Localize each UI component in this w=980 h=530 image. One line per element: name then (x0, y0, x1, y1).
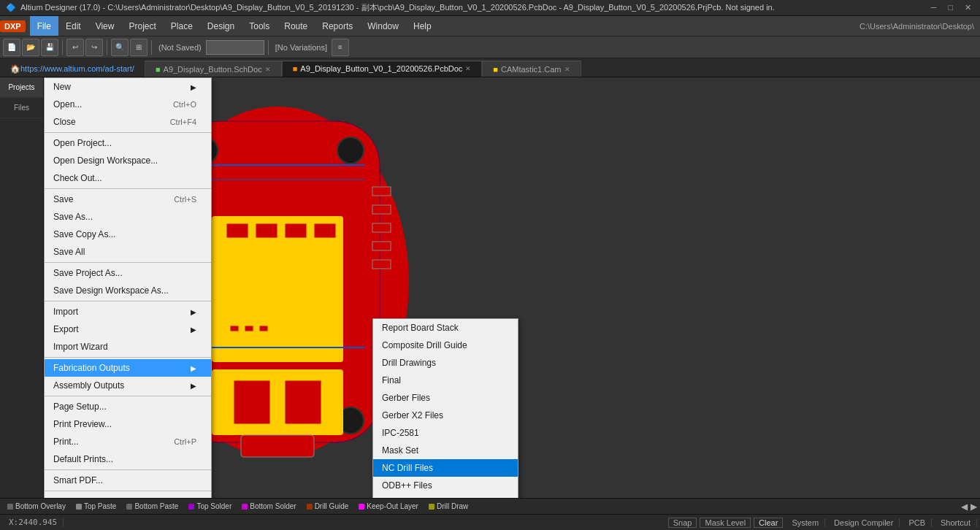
nav-left-icon[interactable]: ◀ (961, 502, 968, 512)
gerber-x2-label: Gerber X2 Files (382, 410, 443, 420)
mask-level-button[interactable]: Mask Level (700, 518, 751, 528)
app-icon: 🔷 (6, 3, 16, 12)
layer-bottom-overlay-label: Bottom Overlay (15, 502, 66, 510)
layer-drill-guide-label: Drill Guide (315, 502, 349, 510)
toolbar-sep4 (268, 40, 269, 55)
menu-file[interactable]: File (30, 16, 58, 36)
menu-print-preview[interactable]: Print Preview... (45, 415, 211, 433)
coords-display: X:2440.945 (3, 518, 64, 527)
svg-rect-15 (372, 205, 391, 214)
layer-drill-guide[interactable]: Drill Guide (302, 501, 353, 512)
menu-open-workspace[interactable]: Open Design Workspace... (45, 152, 211, 169)
tab-cam-close[interactable]: ✕ (564, 66, 570, 73)
save-workspace-label: Save Design Workspace As... (53, 285, 169, 296)
menu-page-setup[interactable]: Page Setup... (45, 398, 211, 415)
layer-dot-top-solder (188, 504, 194, 510)
no-variations-label: [No Variations] (272, 43, 330, 52)
menu-edit[interactable]: Edit (58, 16, 88, 36)
menu-open[interactable]: Open... Ctrl+O (45, 96, 211, 113)
toolbar-fit[interactable]: ⊞ (130, 39, 148, 56)
layer-bottom-paste[interactable]: Bottom Paste (122, 501, 183, 512)
toolbar-new[interactable]: 📄 (3, 39, 20, 56)
menu-smart-pdf[interactable]: Smart PDF... (45, 472, 211, 489)
dxp-button[interactable]: DXP (0, 20, 26, 32)
minimize-button[interactable]: ─ (928, 3, 940, 12)
toolbar-open[interactable]: 📂 (22, 39, 39, 56)
menu-import[interactable]: Import ▶ (45, 303, 211, 320)
pcb-view[interactable]: New ▶ Open... Ctrl+O Close Ctrl+F4 Open … (44, 77, 980, 498)
layer-top-solder[interactable]: Top Solder (184, 501, 236, 512)
menu-import-wizard[interactable]: Import Wizard (45, 338, 211, 356)
layer-keepout[interactable]: Keep-Out Layer (354, 501, 423, 512)
open-project-label: Open Project... (53, 138, 112, 148)
menu-close[interactable]: Close Ctrl+F4 (45, 113, 211, 131)
tab-pcb[interactable]: ■ A9_Display_Button_V0_1_20200526.PcbDoc… (282, 61, 483, 77)
layer-bottom-overlay[interactable]: Bottom Overlay (3, 501, 70, 512)
menu-save-workspace-as[interactable]: Save Design Workspace As... (45, 282, 211, 299)
tab-pcb-close[interactable]: ✕ (465, 65, 471, 72)
menu-project[interactable]: Project (121, 16, 163, 36)
layer-bottom-solder[interactable]: Bottom Solder (237, 501, 300, 512)
menu-save-all[interactable]: Save All (45, 243, 211, 261)
toolbar-zoom[interactable]: 🔍 (111, 39, 129, 56)
layer-top-paste[interactable]: Top Paste (72, 501, 120, 512)
menu-print[interactable]: Print... Ctrl+P (45, 433, 211, 450)
menu-new[interactable]: New ▶ (45, 78, 211, 96)
fab-power-plane[interactable]: Power-Plane Set (373, 494, 518, 498)
menu-fabrication[interactable]: Fabrication Outputs ▶ (45, 359, 211, 377)
menu-default-prints[interactable]: Default Prints... (45, 450, 211, 468)
menu-view[interactable]: View (88, 16, 122, 36)
toolbar-undo[interactable]: ↩ (66, 39, 84, 56)
menu-tools[interactable]: Tools (242, 16, 277, 36)
close-button[interactable]: ✕ (962, 3, 974, 12)
fab-final[interactable]: Final (373, 372, 518, 389)
toolbar-search[interactable] (206, 40, 264, 55)
menu-checkout[interactable]: Check Out... (45, 169, 211, 187)
fab-ipc[interactable]: IPC-2581 (373, 424, 518, 442)
sidebar-projects[interactable]: Projects (0, 77, 43, 98)
assembly-label: Assembly Outputs (53, 380, 124, 391)
menu-open-project[interactable]: Open Project... (45, 134, 211, 152)
fab-gerber[interactable]: Gerber Files (373, 389, 518, 407)
menu-recent-docs[interactable]: Recent Documents ▶ (45, 493, 211, 498)
nav-right-icon[interactable]: ▶ (971, 502, 977, 512)
menu-export[interactable]: Export ▶ (45, 320, 211, 338)
snap-button[interactable]: Snap (668, 518, 697, 528)
sep1 (45, 132, 211, 133)
tab-cam[interactable]: ■ CAMtastic1.Cam ✕ (482, 61, 581, 77)
toolbar-layers[interactable]: ≡ (332, 39, 349, 56)
fab-odb[interactable]: ODB++ Files (373, 477, 518, 494)
tab-schematic[interactable]: ■ A9_Display_Button.SchDoc ✕ (145, 61, 282, 77)
menu-reports[interactable]: Reports (315, 16, 360, 36)
menu-save-copy[interactable]: Save Copy As... (45, 226, 211, 243)
toolbar-redo[interactable]: ↪ (85, 39, 103, 56)
fab-gerber-x2[interactable]: Gerber X2 Files (373, 407, 518, 424)
menu-place[interactable]: Place (164, 16, 200, 36)
fab-report-board-stack[interactable]: Report Board Stack (373, 319, 518, 337)
tab-sch-label: A9_Display_Button.SchDoc (164, 65, 262, 74)
menu-help[interactable]: Help (406, 16, 439, 36)
fab-composite-drill[interactable]: Composite Drill Guide (373, 337, 518, 354)
save-shortcut: Ctrl+S (174, 195, 196, 204)
menu-design[interactable]: Design (200, 16, 242, 36)
menu-assembly[interactable]: Assembly Outputs ▶ (45, 377, 211, 394)
layer-drill-draw[interactable]: Drill Draw (424, 501, 472, 512)
fab-mask[interactable]: Mask Set (373, 442, 518, 459)
menu-route[interactable]: Route (277, 16, 315, 36)
tab-sch-close[interactable]: ✕ (265, 66, 271, 73)
menu-save-project-as[interactable]: Save Project As... (45, 264, 211, 282)
toolbar-save[interactable]: 💾 (41, 39, 58, 56)
fab-nc-drill[interactable]: NC Drill Files (373, 459, 518, 477)
tab-home[interactable]: 🏠 https://www.altium.com/ad-start/ (0, 61, 145, 77)
clear-button[interactable]: Clear (754, 518, 783, 528)
toolbar: 📄 📂 💾 ↩ ↪ 🔍 ⊞ (Not Saved) [No Variations… (0, 37, 980, 58)
open-label: Open... (53, 99, 82, 110)
maximize-button[interactable]: □ (945, 3, 956, 12)
menu-save-as[interactable]: Save As... (45, 208, 211, 226)
mask-label: Mask Set (382, 445, 418, 456)
sidebar-files[interactable]: Files (0, 98, 43, 118)
menu-window[interactable]: Window (360, 16, 406, 36)
fab-drill-drawings[interactable]: Drill Drawings (373, 354, 518, 372)
import-label: Import (53, 307, 78, 317)
menu-save[interactable]: Save Ctrl+S (45, 191, 211, 208)
